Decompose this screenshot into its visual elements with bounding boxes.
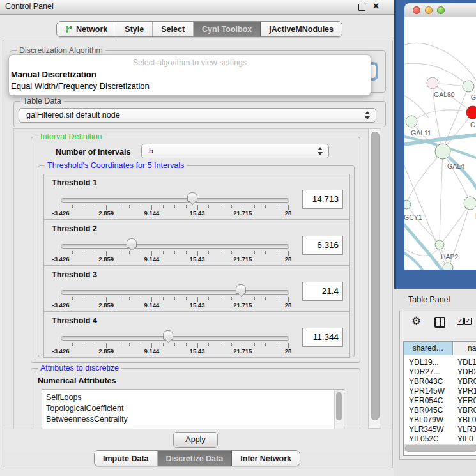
tab-style[interactable]: Style	[116, 22, 153, 36]
table-cell-name[interactable]: YBL0	[457, 415, 476, 424]
slider-thumb[interactable]	[127, 238, 137, 248]
table-cell-name[interactable]: YDR2	[457, 367, 476, 376]
slider-tick	[163, 343, 164, 346]
table-cell-shared-name[interactable]: YIL052C	[409, 434, 439, 443]
network-edge[interactable]	[404, 96, 429, 118]
table-cell-shared-name[interactable]: YBR045C	[409, 406, 443, 415]
network-node-hap2[interactable]	[435, 240, 444, 249]
tab-impute-data[interactable]: Impute Data	[95, 451, 158, 466]
column-header-shared-name[interactable]: shared…	[404, 342, 453, 355]
slider-thumb[interactable]	[187, 192, 197, 202]
network-canvas[interactable]: GAL80GACGAL11GAL4GCY1HHAP2	[404, 17, 476, 270]
network-node-ga[interactable]	[463, 81, 474, 92]
threshold-slider[interactable]: -3.4262.8599.14415.4321.71528	[61, 266, 288, 311]
network-node-gal4[interactable]	[435, 144, 450, 159]
threshold-slider[interactable]: -3.4262.8599.14415.4321.71528	[61, 220, 288, 265]
table-cell-name[interactable]: YBR0	[457, 406, 476, 415]
slider-tick	[95, 205, 95, 208]
number-of-intervals-combo[interactable]: 5	[141, 144, 329, 158]
attributes-scrollbar-thumb[interactable]	[336, 392, 342, 420]
network-node-c[interactable]	[466, 106, 476, 119]
tab-discretize-data[interactable]: Discretize Data	[158, 451, 233, 466]
table-cell-shared-name[interactable]: YBL079W	[409, 415, 443, 424]
apply-button[interactable]: Apply	[173, 432, 218, 448]
table-cell-shared-name[interactable]: YDR27...	[409, 367, 440, 376]
node-table: shared… na YDL19...YDL1YDR27...YDR2YBR04…	[403, 341, 476, 456]
column-header-name[interactable]: na	[454, 342, 476, 355]
table-cell-shared-name[interactable]: YPR145W	[409, 387, 445, 395]
threshold-value-field[interactable]: 6.316	[302, 236, 343, 255]
network-node-label: GAL11	[411, 129, 431, 137]
slider-thumb[interactable]	[163, 330, 173, 340]
network-node-label: HAP2	[441, 253, 459, 261]
network-edge[interactable]	[404, 248, 439, 256]
attribute-item[interactable]: TopologicalCoefficient	[46, 404, 123, 413]
close-icon[interactable]: ✕	[372, 1, 380, 11]
table-cell-name[interactable]: YLR3	[457, 425, 476, 434]
float-window-icon[interactable]	[358, 4, 365, 11]
table-hscrollbar[interactable]	[404, 444, 476, 451]
tab-jactivemnodules[interactable]: jActiveMNodules	[261, 22, 342, 36]
slider-tick-label: 28	[269, 256, 307, 263]
network-edge[interactable]	[407, 151, 443, 202]
slider-track[interactable]	[61, 290, 289, 295]
table-hscrollbar-thumb[interactable]	[405, 445, 476, 452]
table-cell-name[interactable]: YPR1	[457, 387, 476, 395]
tab-select[interactable]: Select	[153, 22, 194, 36]
tab-cyni-toolbox[interactable]: Cyni Toolbox	[194, 22, 261, 36]
table-cell-shared-name[interactable]: YDL19...	[409, 358, 439, 367]
threshold-row: Threshold 3-3.4262.8599.14415.4321.71528…	[43, 266, 350, 312]
attributes-scrollbar[interactable]	[334, 390, 344, 430]
attribute-item[interactable]: BetweennessCentrality	[46, 415, 128, 424]
network-edge[interactable]	[440, 151, 443, 242]
network-node-h[interactable]	[464, 197, 476, 210]
threshold-value-field[interactable]: 21.4	[302, 282, 343, 301]
settings-scrollbar-thumb[interactable]	[371, 132, 380, 420]
slider-tick	[129, 343, 130, 346]
threshold-value-field[interactable]: 14.713	[302, 190, 343, 209]
threshold-slider[interactable]: -3.4262.8599.14415.4321.71528	[61, 174, 288, 219]
settings-scrollbar[interactable]	[369, 128, 380, 429]
threshold-value-field[interactable]: 11.344	[302, 328, 343, 347]
slider-track[interactable]	[61, 336, 289, 341]
table-cell-shared-name[interactable]: YER054C	[409, 396, 443, 405]
network-node[interactable]	[443, 263, 453, 270]
close-traffic-light-icon[interactable]	[413, 6, 420, 14]
network-edge-highlighted[interactable]	[444, 153, 476, 190]
settings-gear-icon[interactable]: ⚙	[411, 316, 421, 326]
checkbox-icon[interactable]: ✓	[464, 318, 472, 325]
network-node-gal80[interactable]	[427, 77, 438, 89]
network-node-gcy1[interactable]	[404, 200, 411, 209]
slider-tick-label: 9.144	[132, 302, 171, 309]
minimize-traffic-light-icon[interactable]	[425, 6, 433, 14]
numerical-attributes-list[interactable]: SelfLoopsTopologicalCoefficientBetweenne…	[42, 389, 344, 430]
checkbox-icon[interactable]: ✓	[457, 318, 464, 325]
table-cell-name[interactable]: YDL1	[457, 358, 476, 367]
algorithm-option-manual[interactable]: Manual Discretization	[11, 70, 369, 79]
network-edge[interactable]	[443, 151, 469, 199]
table-data-combo[interactable]: galFiltered.sif default node	[19, 108, 376, 123]
table-cell-shared-name[interactable]: YLR345W	[409, 425, 444, 434]
table-cell-name[interactable]: YIL0	[457, 434, 473, 443]
table-cell-name[interactable]: YBR0	[457, 377, 476, 386]
slider-thumb[interactable]	[236, 284, 246, 294]
network-edge[interactable]	[443, 203, 470, 242]
slider-track[interactable]	[61, 198, 289, 203]
slider-track[interactable]	[61, 244, 289, 249]
tab-network[interactable]: Network	[57, 22, 116, 36]
slider-tick-label: -3.426	[42, 348, 80, 355]
network-node-gal11[interactable]	[406, 116, 417, 127]
network-edge[interactable]	[444, 112, 473, 148]
threshold-slider[interactable]: -3.4262.8599.14415.4321.71528	[61, 312, 288, 357]
zoom-traffic-light-icon[interactable]	[437, 6, 445, 14]
tab-infer-network[interactable]: Infer Network	[232, 451, 300, 466]
tab-label: jActiveMNodules	[269, 25, 334, 34]
column-layout-icon[interactable]	[434, 317, 445, 328]
slider-tick-label: -3.426	[42, 210, 80, 217]
attribute-item[interactable]: SelfLoops	[46, 393, 82, 402]
table-cell-name[interactable]: YER0	[457, 396, 476, 405]
algorithm-option-equal-width[interactable]: Equal Width/Frequency Discretization	[11, 81, 369, 91]
right-region: GAL80GACGAL11GAL4GCY1HHAP2 Table Panel ⚙…	[394, 0, 476, 476]
screen: Control Panel ✕ NetworkStyleSelectCyni T…	[0, 0, 476, 476]
table-cell-shared-name[interactable]: YBR043C	[409, 377, 443, 386]
